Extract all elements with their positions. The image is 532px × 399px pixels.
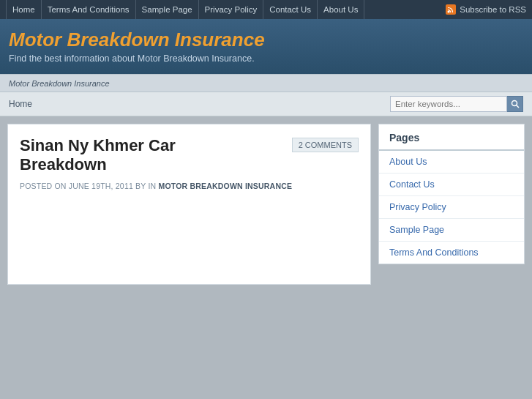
pages-widget-title: Pages — [379, 124, 524, 151]
page-link-terms[interactable]: Terms And Conditions — [379, 242, 524, 264]
post-header: Sinan Ny Khmer Car Breakdown 2 COMMENTS — [20, 136, 359, 175]
nav-link-home[interactable]: Home — [6, 0, 42, 19]
page-link-sample[interactable]: Sample Page — [379, 219, 524, 242]
nav-link-privacy[interactable]: Privacy Policy — [199, 0, 264, 19]
rss-link[interactable]: Subscribe to RSS — [460, 5, 526, 14]
search-input[interactable] — [390, 96, 507, 112]
nav-link-contact[interactable]: Contact Us — [263, 0, 318, 19]
top-navigation: Home Terms And Conditions Sample Page Pr… — [0, 0, 532, 19]
post-card: Sinan Ny Khmer Car Breakdown 2 COMMENTS … — [7, 124, 371, 285]
post-meta: POSTED ON JUNE 19TH, 2011 BY IN MOTOR BR… — [20, 182, 359, 190]
nav-link-sample[interactable]: Sample Page — [136, 0, 199, 19]
nav-link-terms[interactable]: Terms And Conditions — [42, 0, 136, 19]
comments-badge[interactable]: 2 COMMENTS — [292, 138, 359, 152]
pages-widget: Pages About Us Contact Us Privacy Policy… — [378, 124, 525, 264]
page-link-privacy[interactable]: Privacy Policy — [379, 196, 524, 219]
svg-line-2 — [516, 105, 519, 108]
site-subtitle: Find the best information about Motor Br… — [9, 53, 523, 64]
post-meta-text: POSTED ON JUNE 19TH, 2011 BY IN — [20, 182, 156, 190]
page-link-contact[interactable]: Contact Us — [379, 174, 524, 196]
post-title: Sinan Ny Khmer Car Breakdown — [20, 136, 239, 175]
breadcrumb-bar: Motor Breakdown Insurance — [0, 74, 532, 92]
sidebar-column: Pages About Us Contact Us Privacy Policy… — [378, 124, 525, 285]
search-button[interactable] — [507, 96, 523, 112]
main-content: Sinan Ny Khmer Car Breakdown 2 COMMENTS … — [0, 116, 532, 292]
post-author-link[interactable]: MOTOR BREAKDOWN INSURANCE — [158, 182, 292, 190]
search-icon — [511, 100, 520, 108]
nav-links: Home Terms And Conditions Sample Page Pr… — [6, 0, 364, 19]
rss-icon — [446, 4, 456, 15]
nav-link-about[interactable]: About Us — [318, 0, 364, 19]
rss-area: Subscribe to RSS — [446, 4, 526, 15]
search-area — [390, 96, 523, 112]
svg-point-1 — [512, 100, 517, 105]
svg-point-0 — [448, 11, 450, 13]
site-title: Motor Breakdown Insurance — [9, 29, 523, 51]
page-link-about[interactable]: About Us — [379, 151, 524, 174]
home-breadcrumb-link[interactable]: Home — [9, 99, 32, 109]
site-header: Motor Breakdown Insurance Find the best … — [0, 19, 532, 74]
breadcrumb-site-name: Motor Breakdown Insurance — [9, 79, 110, 88]
search-bar: Home — [0, 92, 532, 116]
post-column: Sinan Ny Khmer Car Breakdown 2 COMMENTS … — [7, 124, 371, 285]
